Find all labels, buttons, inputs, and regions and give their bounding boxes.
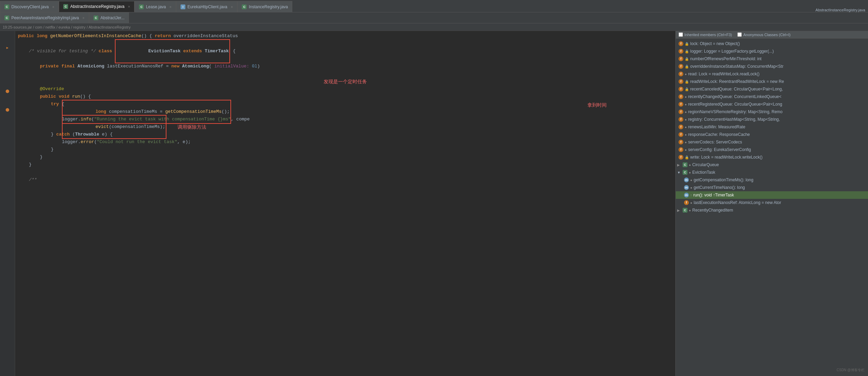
gutter-marker-1 (6, 33, 9, 38)
code-line-class: /* visible for testing */ class Eviction… (15, 47, 675, 55)
lock-icon: 🔒 (685, 80, 689, 84)
gutter-marker-8 (6, 76, 9, 82)
member-getcompensation[interactable]: m ● getCompensationTimeMs(): long (676, 176, 868, 184)
tab-abstractjer[interactable]: C AbstractJer... (89, 12, 129, 23)
field-icon: f (679, 102, 683, 107)
member-recentlychanged[interactable]: f ● recentlyChangedQueue: ConcurrentLink… (676, 93, 868, 100)
circle-icon: ● (690, 186, 692, 190)
tab-lease[interactable]: C Lease.java × (134, 1, 176, 12)
lock-icon: 🔒 (685, 42, 689, 46)
lock-icon: 🔒 (685, 65, 689, 68)
field-icon: f (679, 109, 683, 114)
gutter-marker-13: ⬤ (6, 107, 9, 112)
lock-icon: 🔒 (685, 50, 689, 53)
code-line-close-run: } (15, 153, 675, 161)
field-icon: f (679, 56, 683, 61)
anonymous-classes-checkbox[interactable] (737, 32, 742, 37)
circle-icon: ● (685, 148, 687, 152)
member-registry[interactable]: f ● registry: ConcurrentHashMap<String, … (676, 116, 868, 123)
circle-icon: ● (685, 103, 687, 106)
member-serverconfig[interactable]: f ● serverConfig: EurekaServerConfig (676, 146, 868, 153)
code-line-run: public void run() { (15, 93, 675, 100)
note-timing-task: 发现是一个定时任务 (15, 78, 675, 85)
main-layout: ▶ ⬤ ⬤ (0, 31, 868, 376)
lock-icon: 🔒 (685, 155, 689, 159)
expand-arrow[interactable]: ▶ (677, 208, 681, 212)
code-line-override: @Override (15, 85, 675, 93)
expand-arrow[interactable]: ▶ (677, 163, 681, 167)
tab-eurekahttpclient[interactable]: I EurekaHttpClient.java × (176, 1, 238, 12)
members-list[interactable]: f 🔒 lock: Object = new Object() f 🔒 logg… (676, 39, 868, 376)
inherited-members-checkbox[interactable] (679, 32, 683, 37)
field-icon: f (679, 147, 683, 152)
member-lastexecution[interactable]: f ● lastExecutionNanosRef: AtomicLong = … (676, 199, 868, 206)
tab-discoveryclient[interactable]: C DiscoveryClient.java × (0, 1, 59, 12)
code-line-4 (15, 55, 675, 63)
gutter-marker-17 (6, 132, 9, 137)
tab-label: PeerAwareInstanceRegistryImpl.java (11, 15, 79, 20)
gutter-marker-10: ⬤ (6, 88, 9, 94)
anonymous-classes-checkbox-label[interactable]: Anonymous Classes (Ctrl+I) (737, 32, 790, 37)
member-write[interactable]: f 🔒 write: Lock = readWriteLock.writeLoc… (676, 153, 868, 161)
section-recentlychanged[interactable]: ▶ C ● RecentlyChangedItem (676, 206, 868, 214)
tab-bar-row1: C DiscoveryClient.java × C AbstractInsta… (0, 0, 868, 12)
gutter-marker-11 (6, 95, 9, 100)
gutter-marker-2 (6, 39, 9, 44)
code-line-6 (15, 70, 675, 78)
close-icon[interactable]: × (52, 5, 54, 9)
code-lines[interactable]: public long getNumberOfElementsInInstanc… (15, 31, 675, 376)
lock-icon: 🔒 (685, 87, 689, 91)
member-renewslastmin[interactable]: f ● renewsLastMin: MeasuredRate (676, 123, 868, 131)
expand-arrow[interactable]: ▼ (677, 171, 681, 174)
method-icon: m (684, 178, 689, 182)
close-icon[interactable]: × (128, 4, 130, 9)
gutter-marker-5 (6, 57, 9, 63)
circle-icon: ● (689, 171, 691, 174)
code-line-evict: evict(compensationTimeMs); 调用驱除方法 (15, 123, 675, 131)
method-icon: m (684, 193, 689, 197)
circle-icon: ● (685, 72, 687, 76)
tab-abstractinstanceregistry[interactable]: C AbstractInstanceRegistry.java × (59, 1, 134, 12)
gutter-marker-12 (6, 101, 9, 106)
tab-instanceregistry[interactable]: C InstanceRegistry.java (237, 1, 292, 12)
section-circularqueue[interactable]: ▶ C ● CircularQueue (676, 161, 868, 169)
code-line-1: public long getNumberOfElementsInInstanc… (15, 32, 675, 40)
circle-icon: ● (685, 133, 687, 137)
close-icon[interactable]: × (231, 5, 233, 9)
gutter-marker-7 (6, 70, 9, 75)
code-line-close-catch: } (15, 146, 675, 153)
section-evictiontask[interactable]: ▼ C ● EvictionTask (676, 169, 868, 176)
member-overriddenstatusmap[interactable]: f 🔒 overriddenInstanceStatusMap: Concurr… (676, 63, 868, 70)
field-icon: f (679, 155, 683, 160)
gutter-marker-3: ▶ (6, 45, 9, 51)
field-icon: f (679, 64, 683, 69)
circle-icon: ● (690, 201, 692, 205)
member-lock[interactable]: f 🔒 lock: Object = new Object() (676, 40, 868, 47)
inherited-members-checkbox-label[interactable]: Inherited members (Ctrl+F3) (679, 32, 732, 37)
field-icon: f (679, 94, 683, 99)
close-icon[interactable]: × (169, 5, 171, 9)
tab-peeraware[interactable]: C PeerAwareInstanceRegistryImpl.java × (0, 12, 89, 23)
member-servercodecs[interactable]: f ● serverCodecs: ServerCodecs (676, 138, 868, 146)
member-regionname[interactable]: f ● regionNameVSRemoteRegistry: Map<Stri… (676, 108, 868, 116)
member-readwritelock[interactable]: f 🔒 readWriteLock: ReentrantReadWriteLoc… (676, 78, 868, 85)
class-icon: C (683, 162, 687, 167)
member-logger[interactable]: f 🔒 logger: Logger = LoggerFactory.getLo… (676, 47, 868, 55)
close-icon[interactable]: × (83, 16, 85, 20)
code-line-2 (15, 40, 675, 47)
member-getcurrenttime[interactable]: m ● getCurrentTimeNano(): long (676, 184, 868, 191)
field-icon: f (679, 132, 683, 137)
class-icon: C (683, 208, 687, 213)
member-run[interactable]: m ↑ run(): void ↑TimerTask (676, 191, 868, 199)
member-recentcanceled[interactable]: f 🔒 recentCanceledQueue: CircularQueue<P… (676, 85, 868, 93)
member-read[interactable]: f ● read: Lock = readWriteLock.readLock(… (676, 70, 868, 78)
gutter-marker-15 (6, 119, 9, 125)
code-editor[interactable]: ▶ ⬤ ⬤ (0, 31, 675, 376)
member-responsecache[interactable]: f ● responseCache: ResponseCache (676, 131, 868, 138)
circle-icon: ● (685, 95, 687, 99)
right-tab-label: AbstractInstanceRegistry.java (815, 8, 865, 12)
breadcrumb: 19:25-sources.jar / com / netflix / eure… (0, 23, 868, 31)
member-renewsthreshold[interactable]: f 🔒 numberOfRenewsPerMinThreshold: int (676, 55, 868, 63)
gutter-marker-19 (6, 144, 9, 150)
member-recentregistered[interactable]: f ● recentRegisteredQueue: CircularQueue… (676, 100, 868, 108)
